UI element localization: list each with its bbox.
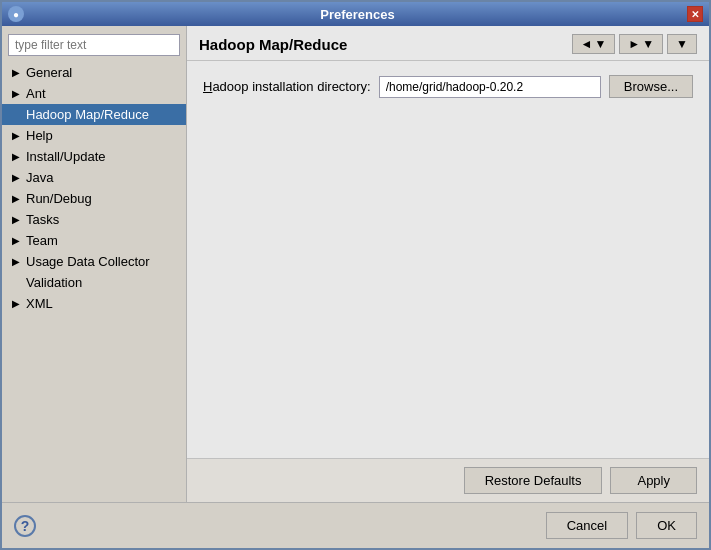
arrow-icon xyxy=(10,109,22,121)
close-button[interactable]: ✕ xyxy=(687,6,703,22)
title-bar-left: ● xyxy=(8,6,28,22)
arrow-icon: ▶ xyxy=(10,298,22,310)
sidebar-item-label: Validation xyxy=(26,275,82,290)
sidebar-item-label: Java xyxy=(26,170,53,185)
window-title: Preferences xyxy=(28,7,687,22)
sidebar-item-general[interactable]: ▶ General xyxy=(2,62,186,83)
label-rest: adoop installation directory: xyxy=(212,79,370,94)
forward-arrow-icon: ► xyxy=(628,37,640,51)
browse-button[interactable]: Browse... xyxy=(609,75,693,98)
sidebar-item-xml[interactable]: ▶ XML xyxy=(2,293,186,314)
sidebar-item-label: Run/Debug xyxy=(26,191,92,206)
sidebar-item-label: XML xyxy=(26,296,53,311)
help-button[interactable]: ? xyxy=(14,515,36,537)
sidebar-item-label: Team xyxy=(26,233,58,248)
arrow-icon: ▶ xyxy=(10,256,22,268)
cancel-button[interactable]: Cancel xyxy=(546,512,628,539)
bottom-right-buttons: Cancel OK xyxy=(546,512,697,539)
sidebar-item-hadoop[interactable]: Hadoop Map/Reduce xyxy=(2,104,186,125)
arrow-icon: ▶ xyxy=(10,67,22,79)
preferences-window: ● Preferences ✕ ▶ General ▶ Ant Hadoop M… xyxy=(0,0,711,550)
arrow-icon: ▶ xyxy=(10,214,22,226)
sidebar-item-label: Help xyxy=(26,128,53,143)
sidebar-item-ant[interactable]: ▶ Ant xyxy=(2,83,186,104)
arrow-icon: ▶ xyxy=(10,235,22,247)
sidebar-item-tasks[interactable]: ▶ Tasks xyxy=(2,209,186,230)
panel-footer: Restore Defaults Apply xyxy=(187,458,709,502)
sidebar-item-run-debug[interactable]: ▶ Run/Debug xyxy=(2,188,186,209)
sidebar-item-java[interactable]: ▶ Java xyxy=(2,167,186,188)
sidebar-item-validation[interactable]: Validation xyxy=(2,272,186,293)
sidebar-item-label: Ant xyxy=(26,86,46,101)
apply-button[interactable]: Apply xyxy=(610,467,697,494)
arrow-icon: ▶ xyxy=(10,88,22,100)
installation-dir-label: Hadoop installation directory: xyxy=(203,79,371,94)
sidebar-item-install-update[interactable]: ▶ Install/Update xyxy=(2,146,186,167)
sidebar-item-label: Install/Update xyxy=(26,149,106,164)
sidebar-item-label: General xyxy=(26,65,72,80)
label-text: Hadoop installation directory: xyxy=(203,79,371,94)
panel-title: Hadoop Map/Reduce xyxy=(199,36,347,53)
panel-nav: ◄ ▼ ► ▼ ▼ xyxy=(572,34,697,54)
sidebar-item-team[interactable]: ▶ Team xyxy=(2,230,186,251)
sidebar-item-help[interactable]: ▶ Help xyxy=(2,125,186,146)
forward-button[interactable]: ► ▼ xyxy=(619,34,663,54)
ok-button[interactable]: OK xyxy=(636,512,697,539)
arrow-icon: ▶ xyxy=(10,151,22,163)
forward-dropdown-icon: ▼ xyxy=(642,37,654,51)
arrow-icon: ▶ xyxy=(10,193,22,205)
sidebar-item-usage-data-collector[interactable]: ▶ Usage Data Collector xyxy=(2,251,186,272)
arrow-icon xyxy=(10,277,22,289)
view-dropdown-button[interactable]: ▼ xyxy=(667,34,697,54)
sidebar-item-label: Tasks xyxy=(26,212,59,227)
panel-body: Hadoop installation directory: Browse... xyxy=(187,61,709,458)
filter-input[interactable] xyxy=(8,34,180,56)
main-content: ▶ General ▶ Ant Hadoop Map/Reduce ▶ Help… xyxy=(2,26,709,502)
arrow-icon: ▶ xyxy=(10,172,22,184)
app-icon: ● xyxy=(8,6,24,22)
bottom-bar: ? Cancel OK xyxy=(2,502,709,548)
sidebar-item-label: Hadoop Map/Reduce xyxy=(26,107,149,122)
sidebar-item-label: Usage Data Collector xyxy=(26,254,150,269)
view-dropdown-arrow-icon: ▼ xyxy=(676,37,688,51)
installation-dir-input[interactable] xyxy=(379,76,601,98)
back-arrow-icon: ◄ xyxy=(581,37,593,51)
right-panel: Hadoop Map/Reduce ◄ ▼ ► ▼ ▼ xyxy=(187,26,709,502)
restore-defaults-button[interactable]: Restore Defaults xyxy=(464,467,603,494)
installation-dir-row: Hadoop installation directory: Browse... xyxy=(203,75,693,98)
panel-header: Hadoop Map/Reduce ◄ ▼ ► ▼ ▼ xyxy=(187,26,709,61)
title-bar: ● Preferences ✕ xyxy=(2,2,709,26)
label-underline: H xyxy=(203,79,212,94)
back-dropdown-icon: ▼ xyxy=(594,37,606,51)
back-button[interactable]: ◄ ▼ xyxy=(572,34,616,54)
arrow-icon: ▶ xyxy=(10,130,22,142)
sidebar: ▶ General ▶ Ant Hadoop Map/Reduce ▶ Help… xyxy=(2,26,187,502)
